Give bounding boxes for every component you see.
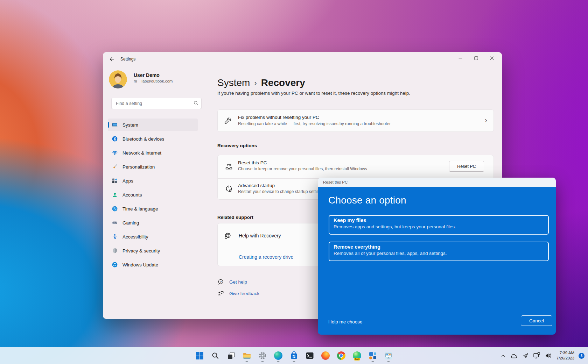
- brush-icon: [112, 164, 118, 170]
- network-tray-button[interactable]: [533, 351, 541, 360]
- recovery-drive-link[interactable]: Creating a recovery drive: [239, 254, 293, 260]
- dialog-body: Choose an option Keep my files Removes a…: [318, 187, 556, 335]
- sidebar-item-bluetooth-devices[interactable]: Bluetooth & devices: [108, 133, 198, 145]
- reset-pc-icon: [225, 162, 233, 171]
- page-intro: If you're having problems with your PC o…: [217, 91, 410, 96]
- remove-everything-option[interactable]: Remove everything Removes all of your pe…: [329, 242, 549, 261]
- sidebar-item-personalization[interactable]: Personalization: [108, 160, 198, 173]
- file-explorer-button[interactable]: [242, 351, 251, 360]
- back-button[interactable]: [107, 55, 116, 63]
- bluetooth-icon: [112, 136, 118, 142]
- clock-time: 7:39 AM: [556, 350, 574, 356]
- update-icon: [112, 262, 118, 267]
- sidebar-item-gaming[interactable]: Gaming: [108, 216, 198, 229]
- reset-pc-button[interactable]: Reset PC: [449, 161, 484, 172]
- gear-icon: [258, 351, 267, 360]
- dialog-title: Reset this PC: [323, 180, 348, 184]
- shield-icon: [112, 248, 118, 254]
- sidebar-item-label: Privacy & security: [122, 248, 160, 254]
- task-view-icon: [227, 352, 235, 360]
- search-icon: [194, 101, 198, 106]
- sidebar-item-apps[interactable]: Apps: [108, 174, 198, 187]
- apps-icon: [112, 178, 118, 184]
- wifi-icon: [112, 150, 118, 156]
- reset-pc-dialog: Reset this PC Choose an option Keep my f…: [318, 178, 556, 335]
- location-tray-button[interactable]: [522, 351, 529, 360]
- sidebar-item-network-internet[interactable]: Network & internet: [108, 147, 198, 159]
- advanced-startup-icon: [225, 185, 233, 193]
- notification-badge[interactable]: 3: [579, 353, 584, 359]
- settings-app-button[interactable]: [258, 351, 267, 360]
- sidebar-item-label: Gaming: [122, 220, 139, 226]
- dev-home-button[interactable]: [368, 351, 377, 360]
- profile-name: User Demo: [134, 72, 160, 78]
- speaker-icon: [545, 352, 552, 359]
- recovery-options-heading: Recovery options: [217, 143, 257, 148]
- chevron-right-icon: ›: [254, 78, 257, 88]
- sidebar-item-label: Bluetooth & devices: [122, 136, 164, 142]
- keep-my-files-option[interactable]: Keep my files Removes apps and settings,…: [329, 215, 549, 235]
- accessibility-icon: [112, 234, 118, 240]
- dialog-heading: Choose an option: [328, 195, 406, 206]
- system-icon: [112, 122, 118, 128]
- edge-icon: [274, 351, 282, 360]
- firefox-button[interactable]: [321, 351, 330, 360]
- volume-tray-button[interactable]: [545, 351, 552, 360]
- help-me-choose-link[interactable]: Help me choose: [328, 319, 363, 324]
- reset-pc-title: Reset this PC: [238, 160, 267, 165]
- microsoft-store-button[interactable]: [289, 351, 299, 360]
- get-help-link[interactable]: Get help: [229, 279, 247, 285]
- fix-problems-desc: Resetting can take a while — first, try …: [238, 121, 391, 126]
- cancel-button[interactable]: Cancel: [521, 315, 552, 326]
- system-monitor-app-button[interactable]: [384, 351, 393, 360]
- sidebar-item-label: Accounts: [122, 192, 142, 198]
- option-title: Remove everything: [334, 244, 548, 250]
- chevron-up-icon: [501, 354, 505, 358]
- window-title: Settings: [120, 57, 135, 62]
- chevron-right-icon: ›: [485, 116, 487, 124]
- sidebar-item-accounts[interactable]: Accounts: [108, 188, 198, 201]
- give-feedback-link[interactable]: Give feedback: [229, 291, 259, 296]
- sidebar-nav: System Bluetooth & devices Network & int…: [103, 119, 203, 272]
- search-box[interactable]: [111, 98, 202, 109]
- clock-icon: [112, 206, 118, 212]
- edge-canary-button[interactable]: CAN: [352, 351, 362, 360]
- sidebar-item-windows-update[interactable]: Windows Update: [108, 258, 198, 271]
- breadcrumb: System › Recovery: [217, 77, 305, 88]
- onedrive-tray-button[interactable]: [510, 351, 518, 360]
- sidebar-item-label: Apps: [122, 178, 133, 184]
- terminal-icon: [306, 351, 314, 360]
- task-view-button[interactable]: [226, 351, 236, 360]
- related-support-heading: Related support: [217, 215, 253, 220]
- hidden-icons-button[interactable]: [500, 351, 506, 360]
- sidebar-item-time-language[interactable]: Time & language: [108, 202, 198, 215]
- fix-problems-card[interactable]: Fix problems without resetting your PC R…: [217, 109, 494, 132]
- system-monitor-icon: [384, 351, 393, 360]
- sidebar-item-system[interactable]: System: [108, 119, 198, 131]
- location-icon: [522, 352, 528, 359]
- dev-home-icon: [369, 351, 377, 360]
- start-button[interactable]: [195, 351, 204, 360]
- avatar[interactable]: [109, 70, 127, 88]
- terminal-button[interactable]: [305, 351, 314, 360]
- taskbar-search-button[interactable]: [211, 351, 220, 360]
- help-with-recovery-label: Help with Recovery: [239, 233, 281, 238]
- search-input[interactable]: [115, 99, 192, 108]
- edge-button[interactable]: [274, 351, 283, 360]
- advanced-startup-title: Advanced startup: [238, 183, 275, 188]
- dialog-titlebar: Reset this PC: [318, 178, 556, 187]
- svg-text:?: ?: [220, 280, 222, 284]
- taskbar-clock[interactable]: 7:39 AM 7/26/2023: [556, 350, 574, 361]
- taskbar: CAN 7:39 AM 7/26/2023 3: [0, 347, 588, 364]
- network-icon: [533, 352, 541, 359]
- sidebar-item-accessibility[interactable]: Accessibility: [108, 230, 198, 243]
- option-desc: Removes apps and settings, but keeps you…: [334, 224, 548, 229]
- windows-logo-icon: [196, 352, 204, 360]
- sidebar-item-privacy-security[interactable]: Privacy & security: [108, 244, 198, 257]
- search-icon: [211, 352, 219, 359]
- file-explorer-icon: [243, 351, 251, 360]
- chrome-button[interactable]: [337, 351, 346, 360]
- gamepad-icon: [112, 220, 118, 226]
- breadcrumb-system[interactable]: System: [217, 77, 250, 88]
- person-icon: [112, 192, 118, 198]
